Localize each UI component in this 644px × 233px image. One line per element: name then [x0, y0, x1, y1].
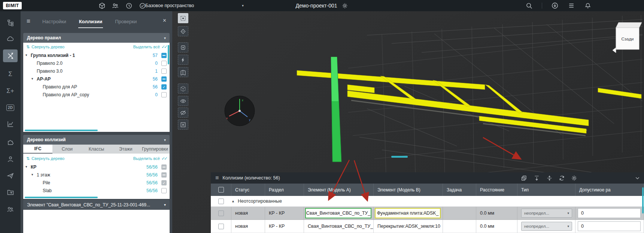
profile-icon[interactable]	[3, 153, 18, 166]
model-cube-icon[interactable]	[98, 2, 106, 9]
collisions-tool-icon[interactable]	[3, 49, 18, 62]
clip-plane-tool[interactable]	[178, 55, 188, 65]
plugins-puzzle-icon[interactable]	[3, 136, 18, 148]
collisions-tree-header[interactable]: Дерево коллизий ▾	[23, 135, 170, 145]
export-folder-icon[interactable]	[3, 186, 18, 199]
collapse-panel-chevron-icon[interactable]	[634, 175, 641, 182]
show-element-eye-tool[interactable]	[178, 96, 188, 106]
collapse-tree-link[interactable]: ⇅Свернуть дерево	[26, 45, 64, 49]
frame-select-tool[interactable]	[178, 13, 188, 23]
cell-element-b[interactable]: Фундаментная плита:ADSK_	[375, 208, 441, 218]
tree-checkbox[interactable]	[161, 84, 167, 90]
table-menu-icon[interactable]: ≡	[215, 175, 219, 181]
viewpoint-tool[interactable]	[178, 42, 188, 52]
tab-collisions[interactable]: Коллизии	[78, 16, 103, 27]
tree-row[interactable]: Правило 3.0 1	[23, 67, 170, 75]
nav-cube[interactable]: Сзади	[613, 22, 642, 53]
collision-row[interactable]: новая КР - КР Свая_Винтовая_СВС_по_ТУ_ Ф…	[211, 207, 644, 220]
tab-floors[interactable]: Этажи	[111, 145, 140, 154]
tab-groupings[interactable]: Группировки	[140, 145, 170, 154]
history-icon[interactable]	[125, 2, 133, 9]
col-type[interactable]: Тип	[517, 184, 575, 196]
tree-checkbox[interactable]	[161, 53, 167, 58]
copy-icon[interactable]	[520, 175, 528, 182]
group-row[interactable]: ▲Неотсортированные	[211, 196, 644, 207]
col-element-b[interactable]: Элемент (Модель В)	[374, 184, 443, 196]
col-task[interactable]: Задача	[443, 184, 476, 196]
align-center-icon[interactable]	[546, 175, 553, 182]
notifications-bell-icon[interactable]	[584, 2, 592, 9]
tree-row[interactable]: ▾ 1 этаж 56/56	[23, 171, 170, 179]
tree-row[interactable]: Правило для АР 56	[23, 83, 170, 91]
chevron-down-icon[interactable]: ▾	[164, 36, 166, 40]
vertical-scrollbar[interactable]	[168, 45, 169, 64]
tree-checkbox[interactable]	[161, 92, 167, 97]
row-checkbox[interactable]	[218, 211, 224, 216]
tree-checkbox[interactable]	[161, 76, 167, 82]
structure-tree-icon[interactable]	[3, 16, 18, 29]
tree-checkbox[interactable]	[161, 172, 167, 178]
refresh-icon[interactable]	[558, 175, 565, 182]
tab-classes[interactable]: Классы	[82, 145, 111, 154]
cell-element-a[interactable]: Свая_Винтовая_СВС_по_ТУ_	[305, 208, 371, 218]
focus-target-tool[interactable]	[178, 26, 188, 36]
import-icon[interactable]	[533, 175, 540, 182]
sum-plus-icon[interactable]: Σ+	[3, 84, 18, 97]
publish-sync-icon[interactable]	[551, 2, 559, 9]
element-section-header[interactable]: Элемент "Свая_Винтовая_СВС_по_ТУ_25-11-2…	[23, 200, 170, 210]
allowed-distance-input[interactable]: 0	[578, 221, 641, 231]
select-all-link[interactable]: Выделить всё✓✓	[133, 156, 167, 161]
nav-cube-face-label[interactable]: Сзади	[621, 37, 634, 41]
chevron-down-icon[interactable]: ▾	[164, 203, 166, 207]
section-view-tool[interactable]	[178, 67, 188, 77]
tree-row[interactable]: Pile 56/56	[23, 179, 170, 187]
bimit-logo[interactable]: BIMIT	[3, 2, 22, 9]
col-allowed[interactable]: Допустимое ра	[575, 184, 644, 196]
horizontal-scrollbar[interactable]	[25, 197, 98, 198]
chevron-down-icon[interactable]: ▾	[164, 138, 166, 142]
allowed-distance-input[interactable]: 0	[578, 208, 641, 218]
collapse-node-icon[interactable]: ▾	[31, 77, 33, 81]
tree-checkbox[interactable]	[161, 164, 167, 170]
orientation-gizmo[interactable]: z x y	[225, 96, 255, 126]
check-circle-icon[interactable]	[139, 2, 146, 9]
view-2d-icon[interactable]: 2D	[3, 101, 18, 114]
tab-checks[interactable]: Проверки	[114, 16, 137, 27]
tree-row[interactable]: Правило 2.0 0	[23, 60, 170, 67]
collapse-node-icon[interactable]: ▾	[31, 173, 33, 176]
col-section[interactable]: Раздел	[265, 184, 304, 196]
table-settings-gear-icon[interactable]	[571, 175, 578, 182]
select-all-checkbox[interactable]	[218, 187, 224, 193]
team-icon[interactable]	[112, 2, 119, 9]
tree-row[interactable]: Правило для АР_copy 0	[23, 91, 170, 99]
collision-row[interactable]: новая КР - КР Свая_Винтовая_СВС_по_ТУ_ П…	[211, 220, 644, 233]
tree-checkbox[interactable]	[161, 61, 167, 66]
search-icon[interactable]	[525, 2, 533, 9]
tree-row[interactable]: Slab 56/56	[23, 187, 170, 195]
cell-element-b[interactable]: Перекрытие:ADSK_земля:10	[374, 220, 443, 233]
select-all-link[interactable]: Выделить всё✓✓	[133, 44, 167, 49]
charts-icon[interactable]	[3, 118, 18, 130]
horizontal-scrollbar[interactable]	[25, 130, 98, 131]
tree-checkbox[interactable]	[161, 69, 167, 74]
workspace-selector[interactable]: Базовое пространство ▾	[145, 0, 244, 11]
tab-layers[interactable]: Слои	[52, 145, 82, 154]
col-distance[interactable]: Расстояние	[476, 184, 517, 196]
tree-row[interactable]: ▾ Группа коллизий - 1 57	[23, 52, 170, 60]
close-icon[interactable]: ×	[163, 17, 166, 24]
col-status[interactable]: Статус	[231, 184, 265, 196]
tree-checkbox[interactable]	[161, 180, 167, 185]
col-element-a[interactable]: Элемент (Модель А)	[304, 184, 374, 196]
collapse-tree-link[interactable]: ⇅Свернуть дерево	[26, 156, 64, 161]
isolate-box-tool[interactable]	[178, 84, 188, 94]
type-select[interactable]: неопредел...▾	[521, 222, 572, 231]
cloud-sync-icon[interactable]	[3, 33, 18, 45]
remove-box-tool[interactable]	[178, 119, 188, 130]
collapse-node-icon[interactable]: ▾	[25, 165, 27, 169]
collapse-node-icon[interactable]: ▾	[25, 53, 27, 57]
table-vertical-scrollbar[interactable]	[642, 187, 644, 214]
sum-icon[interactable]: Σ	[3, 67, 18, 80]
users-group-icon[interactable]	[3, 203, 18, 216]
row-checkbox[interactable]	[218, 224, 224, 229]
tree-row[interactable]: ▾ АР-АР 56	[23, 75, 170, 83]
